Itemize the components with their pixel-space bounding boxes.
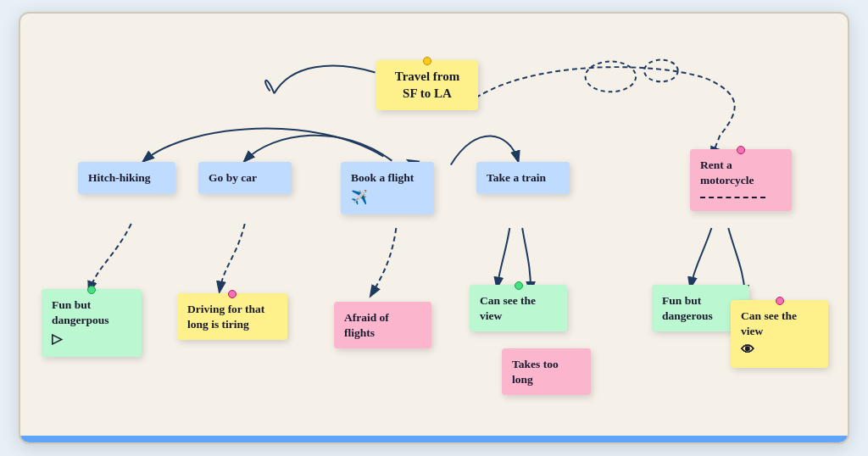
pin-fun-left bbox=[87, 286, 96, 294]
bottom-bar bbox=[20, 436, 848, 442]
sticky-can-see-view-right: Can see the view 👁 bbox=[731, 300, 828, 368]
sticky-rent-motorcycle: Rent a motorcycle bbox=[690, 149, 792, 211]
sticky-go-by-car-text: Go by car bbox=[209, 171, 257, 184]
sticky-book-flight-text: Book a flight bbox=[351, 171, 414, 184]
pin-driving bbox=[228, 290, 236, 298]
triangle-icon: ▷ bbox=[52, 331, 131, 348]
sticky-takes-too-long-text: Takes too long bbox=[512, 358, 559, 386]
sticky-fun-dangerous-right-text: Fun but dangerous bbox=[662, 294, 713, 322]
eye-icon: 👁 bbox=[741, 342, 818, 359]
sticky-go-by-car: Go by car bbox=[198, 162, 292, 194]
dashed-line-decoration bbox=[700, 197, 765, 198]
plane-icon: ✈️ bbox=[351, 189, 424, 207]
svg-point-0 bbox=[586, 62, 637, 92]
sticky-central: Travel from SF to LA bbox=[376, 60, 478, 110]
sticky-rent-motorcycle-text: Rent a motorcycle bbox=[700, 158, 754, 186]
pin-central bbox=[423, 57, 431, 65]
sticky-take-train-text: Take a train bbox=[487, 171, 546, 184]
pin-motorcycle bbox=[737, 146, 745, 154]
sticky-can-see-view-mid: Can see the view bbox=[470, 285, 567, 331]
sticky-driving-tiring: Driving for that long is tiring bbox=[177, 293, 287, 340]
sticky-afraid-flights: Afraid of flights bbox=[334, 302, 431, 348]
sticky-can-see-view-right-text: Can see the view bbox=[741, 309, 797, 337]
sticky-hitch-hiking-text: Hitch-hiking bbox=[88, 171, 151, 184]
svg-point-1 bbox=[644, 60, 678, 82]
sticky-driving-tiring-text: Driving for that long is tiring bbox=[187, 303, 264, 331]
sticky-fun-dangerous-left: Fun but dangerpous ▷ bbox=[42, 289, 142, 357]
sticky-fun-dangerous-left-text: Fun but dangerpous bbox=[52, 298, 109, 326]
sticky-take-train: Take a train bbox=[476, 162, 570, 194]
sticky-central-text: Travel from SF to LA bbox=[395, 70, 460, 100]
sticky-can-see-view-mid-text: Can see the view bbox=[480, 294, 536, 322]
whiteboard: Travel from SF to LA Hitch-hiking Go by … bbox=[19, 12, 849, 444]
sticky-takes-too-long: Takes too long bbox=[502, 348, 591, 395]
pin-view-mid bbox=[515, 281, 523, 290]
sticky-book-flight: Book a flight ✈️ bbox=[341, 162, 434, 214]
sticky-afraid-flights-text: Afraid of flights bbox=[344, 311, 389, 339]
sticky-hitch-hiking: Hitch-hiking bbox=[78, 162, 175, 194]
pin-view-right bbox=[776, 297, 784, 305]
